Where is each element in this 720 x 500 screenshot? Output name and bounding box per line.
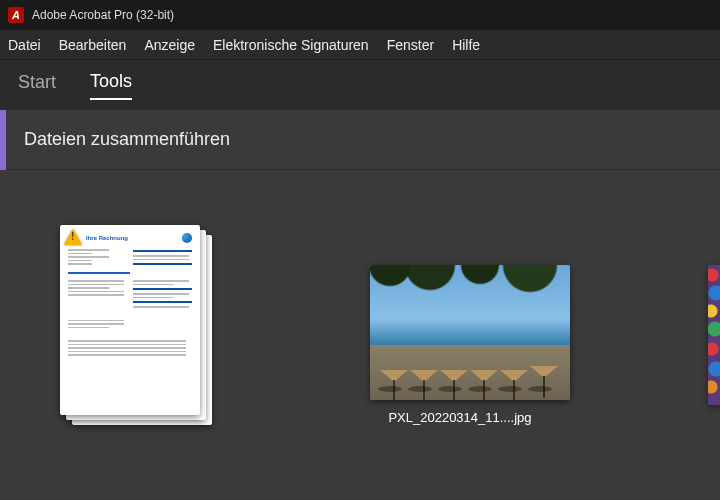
acrobat-icon: A — [8, 7, 24, 23]
warning-icon — [64, 229, 82, 245]
file-thumb-pdf[interactable]: Ihre Rechnung — [60, 225, 210, 435]
accent-strip — [0, 110, 6, 170]
tab-start[interactable]: Start — [18, 72, 56, 99]
menu-bearbeiten[interactable]: Bearbeiten — [59, 37, 127, 53]
file-thumb-photo[interactable]: PXL_20220314_11....jpg — [370, 265, 570, 425]
photo-preview — [370, 265, 570, 400]
menu-datei[interactable]: Datei — [8, 37, 41, 53]
tool-header: Dateien zusammenführen — [0, 110, 720, 170]
menu-bar: Datei Bearbeiten Anzeige Elektronische S… — [0, 30, 720, 60]
pdf-page-front: Ihre Rechnung — [60, 225, 200, 415]
file-thumb-partial[interactable] — [708, 265, 720, 405]
pdf-stack-preview: Ihre Rechnung — [60, 225, 210, 425]
menu-fenster[interactable]: Fenster — [387, 37, 434, 53]
content-area: Ihre Rechnung — [0, 170, 720, 500]
tool-title: Dateien zusammenführen — [24, 129, 230, 150]
tab-bar: Start Tools — [0, 60, 720, 110]
menu-anzeige[interactable]: Anzeige — [144, 37, 195, 53]
file-label-photo: PXL_20220314_11....jpg — [370, 410, 550, 425]
menu-signaturen[interactable]: Elektronische Signaturen — [213, 37, 369, 53]
menu-hilfe[interactable]: Hilfe — [452, 37, 480, 53]
window-title: Adobe Acrobat Pro (32-bit) — [32, 8, 174, 22]
doc-heading: Ihre Rechnung — [86, 235, 128, 241]
title-bar: A Adobe Acrobat Pro (32-bit) — [0, 0, 720, 30]
o2-logo-icon — [182, 233, 192, 243]
tab-tools[interactable]: Tools — [90, 71, 132, 100]
